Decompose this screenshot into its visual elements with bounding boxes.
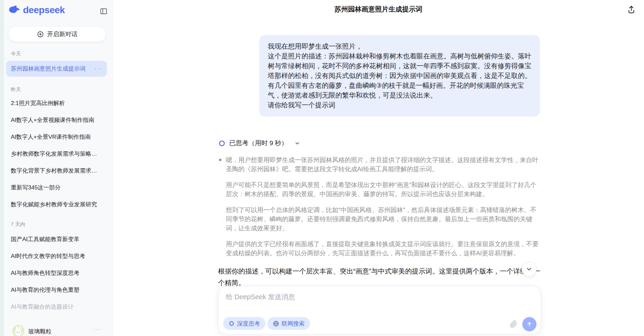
web-search-label: 联网搜索 [282, 320, 305, 328]
chevron-down-icon[interactable] [294, 140, 300, 146]
window-edge-strip [0, 0, 4, 336]
sidebar-item[interactable]: AI数字人+全景视频课件制作指南 [6, 112, 107, 128]
chat-more-icon[interactable]: ··· [94, 66, 102, 72]
thinking-list-bullet [219, 159, 221, 161]
assistant-answer-text: 根据你的描述，可以构建一个层次丰富、突出“画意”与中式审美的提示词。这里提供两个… [218, 265, 542, 288]
page-title: 苏州园林画意照片生成提示词 [113, 5, 644, 14]
section-label-7days: 7 天内 [11, 221, 25, 228]
deepseek-app: deepseek 开启新对话 今天 苏州园林画意照片生成提示词 ··· 昨天 2… [0, 0, 644, 336]
sidebar-item[interactable]: AI与教育融合的选题设计 [6, 299, 107, 315]
globe-icon [273, 320, 279, 327]
sidebar-item[interactable]: AI与教育的伦理与角色重塑 [6, 282, 107, 298]
thinking-paragraph: 想到了可以用一个总体的风格定调，比如“中国画风格、苏州园林”，然后具体描述场景元… [226, 205, 541, 233]
paperclip-icon[interactable] [508, 319, 518, 329]
profile-name: 玻璃颗粒 [28, 328, 51, 335]
thinking-content: 嗯，用户想要用即梦生成一张苏州园林风格的照片，并且提供了很详细的文字描述。这段描… [226, 155, 541, 264]
deepthink-atom-icon [229, 320, 235, 327]
sidebar-item[interactable]: AI时代作文教学的转型与思考 [6, 248, 107, 264]
sidebar: deepseek 开启新对话 今天 苏州园林画意照片生成提示词 ··· 昨天 2… [0, 0, 113, 336]
user-message-line: 请你给我写一个提示词 [268, 100, 531, 110]
sidebar-item[interactable]: 重新写345这一部分 [6, 180, 107, 196]
share-icon[interactable] [626, 4, 637, 15]
sidebar-item[interactable]: 国产AI工具赋能教育新变革 [6, 231, 107, 247]
plus-circle-icon [37, 31, 44, 38]
message-composer: 深度思考 联网搜索 [218, 286, 541, 334]
sidebar-item[interactable]: AI与教师角色转型深度思考 [6, 265, 107, 281]
thinking-toggle-button[interactable]: 已思考（用时 9 秒） [218, 136, 300, 150]
message-input[interactable] [225, 292, 523, 313]
deepthink-atom-icon [218, 139, 226, 147]
deepseek-logo[interactable]: deepseek [8, 5, 65, 15]
whale-icon [8, 5, 21, 15]
sidebar-item[interactable]: 数字化背景下乡村教师发展需求… [6, 163, 107, 179]
user-message-line: 这个是照片的描述：苏州园林栽种和修剪树木也着眼在画意。高树与低树俯仰生姿。落叶树… [268, 51, 531, 100]
bunny-avatar [12, 325, 24, 336]
sidebar-item-current-chat[interactable]: 苏州园林画意照片生成提示词 ··· [6, 61, 107, 77]
new-chat-label: 开启新对话 [47, 30, 77, 38]
new-chat-button[interactable]: 开启新对话 [8, 26, 106, 42]
thinking-paragraph: 用户提供的文字已经很有画面感了，直接提取关键意象转换成英文提示词应该就行。要注意… [226, 239, 541, 258]
sidebar-item[interactable]: 2:1照片宽高比例解析 [6, 95, 107, 111]
user-message-bubble: 我现在想用即梦生成一张照片， 这个是照片的描述：苏州园林栽种和修剪树木也着眼在画… [259, 35, 540, 117]
logo-wordmark: deepseek [23, 5, 65, 15]
thinking-paragraph: 用户可能不只是想要简单的风景照，而是希望体现出文中那种“画意”和园林设计的匠心。… [226, 180, 541, 199]
sidebar-toggle-icon[interactable] [99, 6, 108, 16]
arrow-up-icon [526, 321, 533, 328]
profile-row[interactable]: 玻璃颗粒 ··· [0, 323, 113, 336]
sidebar-item[interactable]: 数字化赋能乡村教师专业发展研究 [6, 197, 107, 212]
web-search-toggle[interactable]: 联网搜索 [267, 317, 310, 330]
profile-more-icon[interactable]: ··· [93, 326, 101, 333]
section-label-yesterday: 昨天 [11, 86, 21, 93]
user-message-line: 我现在想用即梦生成一张照片， [268, 42, 531, 51]
sidebar-item[interactable]: AI数字人+全景VR课件制作指南 [6, 129, 107, 145]
send-button[interactable] [522, 317, 536, 331]
scroll-to-bottom-button[interactable] [522, 262, 536, 277]
sidebar-item[interactable]: 乡村教师数字化发展需求与策略… [6, 146, 107, 162]
thinking-paragraph: 嗯，用户想要用即梦生成一张苏州园林风格的照片，并且提供了很详细的文字描述。这段描… [226, 155, 541, 174]
deep-think-toggle[interactable]: 深度思考 [223, 317, 265, 330]
deep-think-label: 深度思考 [237, 320, 260, 328]
thinking-duration-label: 已思考（用时 9 秒） [229, 139, 288, 148]
chat-main: 苏州园林画意照片生成提示词 我现在想用即梦生成一张照片， 这个是照片的描述：苏州… [113, 0, 644, 336]
section-label-today: 今天 [11, 51, 21, 57]
